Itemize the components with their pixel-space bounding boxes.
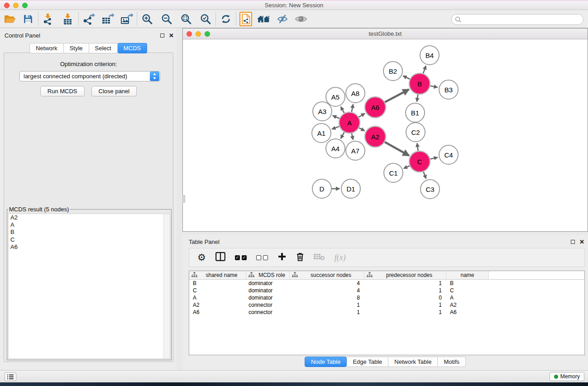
column-header[interactable]: shared name xyxy=(189,271,246,279)
graph-node[interactable]: C2 xyxy=(406,123,425,142)
graph-node[interactable]: B1 xyxy=(406,103,425,122)
column-header[interactable]: MCDS role xyxy=(246,271,290,279)
mcds-result-item[interactable]: C xyxy=(9,236,170,243)
network-canvas[interactable]: B4B2BB3A5A8A6A3B1AA1C2A2A4A7C4CC1C3DD1 xyxy=(183,39,588,231)
graph-edge[interactable] xyxy=(417,143,418,151)
export-table-icon[interactable] xyxy=(101,12,115,26)
home-views-icon[interactable] xyxy=(257,12,271,26)
import-network-icon[interactable] xyxy=(42,12,55,26)
network-window-titlebar: testGlobe.txt xyxy=(183,29,588,39)
network-document-icon[interactable] xyxy=(239,12,252,26)
zoom-out-icon[interactable] xyxy=(160,12,173,26)
tab-node-table[interactable]: Node Table xyxy=(305,357,347,367)
graph-node[interactable]: B xyxy=(409,73,430,94)
graph-node[interactable]: D1 xyxy=(341,179,360,198)
graph-node[interactable]: A3 xyxy=(313,102,332,121)
table-row[interactable]: Adominator80A xyxy=(189,294,584,301)
tab-style[interactable]: Style xyxy=(64,43,89,53)
graph-node[interactable]: D xyxy=(312,179,331,198)
mcds-result-item[interactable]: A xyxy=(9,221,170,229)
show-panel-eye-icon[interactable] xyxy=(294,12,308,26)
graph-node[interactable]: A6 xyxy=(365,97,386,118)
graph-node[interactable]: A2 xyxy=(365,126,386,147)
graph-edge[interactable] xyxy=(430,86,438,87)
add-column-icon[interactable] xyxy=(277,252,287,263)
mcds-result-item[interactable]: B xyxy=(9,229,170,236)
zoom-selected-icon[interactable] xyxy=(199,12,212,26)
import-table-icon[interactable] xyxy=(62,12,75,26)
select-all-checkboxes-icon[interactable]: ✓✓ xyxy=(235,255,247,260)
open-session-icon[interactable] xyxy=(3,12,17,26)
export-network-icon[interactable] xyxy=(82,12,96,26)
network-view-window: testGlobe.txt B4B2BB3A5A8A6A3B1AA1C2A2A4… xyxy=(182,28,588,232)
graph-edge[interactable] xyxy=(359,114,365,117)
graph-edge[interactable] xyxy=(341,107,344,113)
gear-icon[interactable]: ⚙ xyxy=(197,253,206,262)
graph-node[interactable]: B2 xyxy=(383,62,402,81)
graph-node[interactable]: A8 xyxy=(346,84,365,103)
tab-select[interactable]: Select xyxy=(89,43,118,53)
tab-edge-table[interactable]: Edge Table xyxy=(347,357,388,367)
column-header[interactable]: name xyxy=(446,271,489,279)
search-input[interactable] xyxy=(463,15,583,24)
column-header[interactable]: successor nodes xyxy=(290,271,364,279)
run-mcds-button[interactable]: Run MCDS xyxy=(40,86,85,96)
graph-node[interactable]: C1 xyxy=(384,163,403,182)
table-row[interactable]: Cdominator41C xyxy=(189,287,584,294)
zoom-fit-icon[interactable] xyxy=(179,12,193,26)
graph-edge[interactable] xyxy=(352,133,353,139)
graph-node[interactable]: A5 xyxy=(326,87,345,106)
graph-edge[interactable] xyxy=(385,142,409,156)
remove-table-icon[interactable] xyxy=(314,253,325,262)
float-panel-icon[interactable] xyxy=(160,33,164,38)
float-table-panel-icon[interactable] xyxy=(571,240,575,244)
save-session-icon[interactable] xyxy=(21,12,35,26)
refresh-layout-icon[interactable] xyxy=(219,12,233,26)
optimization-select[interactable]: largest connected component (directed) xyxy=(19,71,160,81)
graph-edge[interactable] xyxy=(385,90,409,102)
delete-column-trash-icon[interactable] xyxy=(296,252,304,263)
graph-edge[interactable] xyxy=(359,128,364,131)
graph-edge[interactable] xyxy=(333,116,339,119)
table-row[interactable]: Bdominator41B xyxy=(189,280,584,287)
mcds-result-item[interactable]: A2 xyxy=(9,214,170,221)
deselect-all-checkboxes-icon[interactable] xyxy=(256,255,268,260)
tab-network[interactable]: Network xyxy=(29,43,64,53)
graph-node[interactable]: A xyxy=(339,112,360,133)
table-row[interactable]: A2connector11A2 xyxy=(189,301,584,309)
close-table-panel-icon[interactable]: ✕ xyxy=(579,240,584,244)
zoom-in-icon[interactable] xyxy=(140,12,154,26)
graph-node[interactable]: C3 xyxy=(421,180,440,199)
graph-edge[interactable] xyxy=(417,95,418,102)
memory-button[interactable]: Memory xyxy=(550,372,584,381)
close-panel-icon[interactable]: ✕ xyxy=(169,33,174,38)
graph-node[interactable]: A7 xyxy=(346,141,365,160)
mcds-result-item[interactable]: A6 xyxy=(9,243,170,251)
graph-edge[interactable] xyxy=(423,66,426,74)
mcds-list-scrollbar[interactable] xyxy=(163,214,170,358)
close-panel-button[interactable]: Close panel xyxy=(91,86,137,96)
graph-node[interactable]: B4 xyxy=(420,46,439,65)
graph-edge[interactable] xyxy=(341,132,344,138)
graph-node[interactable]: C xyxy=(409,151,430,172)
graph-edge[interactable] xyxy=(332,126,339,129)
graph-edge[interactable] xyxy=(430,157,437,159)
graph-node[interactable]: C4 xyxy=(439,145,458,164)
graph-node[interactable]: B3 xyxy=(439,80,458,99)
tab-network-table[interactable]: Network Table xyxy=(388,357,438,367)
graph-edge[interactable] xyxy=(404,166,410,168)
graph-node[interactable]: A4 xyxy=(326,139,345,158)
hide-panel-eye-slash-icon[interactable] xyxy=(276,12,289,26)
task-history-icon[interactable] xyxy=(5,372,16,381)
split-columns-icon[interactable] xyxy=(215,252,225,263)
table-row[interactable]: A6connector11A6 xyxy=(189,309,584,316)
splitter-handle[interactable] xyxy=(182,195,185,203)
tab-motifs[interactable]: Motifs xyxy=(438,357,466,367)
graph-edge[interactable] xyxy=(423,172,426,178)
graph-edge[interactable] xyxy=(403,76,410,79)
export-image-icon[interactable] xyxy=(120,12,134,26)
tab-mcds[interactable]: MCDS xyxy=(118,43,147,53)
column-header[interactable]: predecessor nodes xyxy=(364,271,446,279)
graph-node[interactable]: A1 xyxy=(312,124,331,143)
graph-edge[interactable] xyxy=(352,105,353,112)
